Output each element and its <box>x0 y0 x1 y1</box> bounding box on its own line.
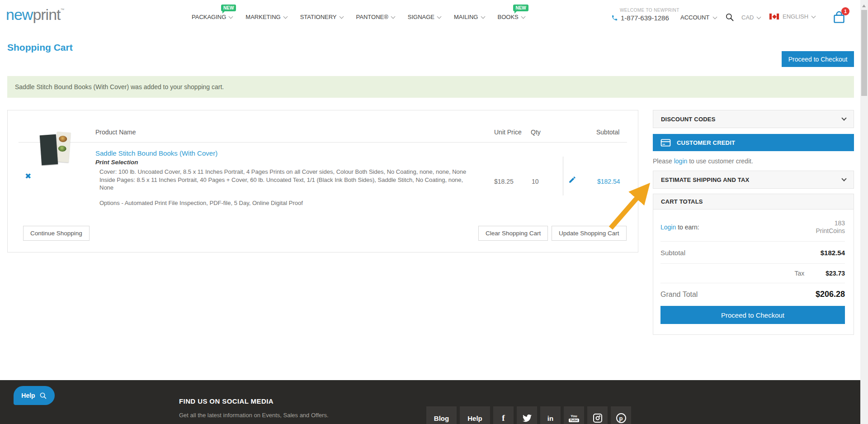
tax-label: Tax <box>794 270 804 277</box>
scrollbar[interactable] <box>860 0 868 424</box>
cart-success-alert: Saddle Stitch Bound Books (With Cover) w… <box>7 76 854 98</box>
nav-item-signage[interactable]: SIGNAGE <box>408 14 441 20</box>
help-widget-label: Help <box>21 392 35 399</box>
search-icon <box>725 13 734 22</box>
edit-item-icon[interactable] <box>568 176 576 185</box>
cart-items-card: Product Name Unit Price Qty Subtotal ✖ S… <box>7 110 638 252</box>
page-title: Shopping Cart <box>7 42 73 53</box>
grand-total-amount: $206.28 <box>816 290 845 299</box>
nav-item-stationery[interactable]: STATIONERY <box>300 14 343 20</box>
facebook-button[interactable]: f <box>493 406 514 424</box>
account-menu[interactable]: ACCOUNT <box>680 14 717 21</box>
product-detail-lines: Cover: 100 lb. Uncoated Cover, 8.5 x 11 … <box>99 168 466 192</box>
new-badge: NEW <box>221 5 236 11</box>
search-button[interactable] <box>725 13 734 23</box>
nav-label: MAILING <box>454 14 478 20</box>
help-button[interactable]: Help <box>460 406 490 424</box>
print-selection-heading: Print Selection <box>95 159 138 166</box>
nav-item-marketing[interactable]: MARKETING <box>245 14 287 20</box>
column-header-qty: Qty <box>531 129 541 136</box>
proceed-to-checkout-top-button[interactable]: Proceed to Checkout <box>782 51 854 67</box>
logo-part-new: new <box>6 6 33 23</box>
unit-price-value: $18.25 <box>494 178 514 185</box>
cart-totals-body: Login to earn: 183 PrintCoins Subtotal $… <box>653 210 854 335</box>
instagram-icon <box>593 414 602 423</box>
grand-total-label: Grand Total <box>660 291 698 299</box>
social-links: Blog Help f in YouTube p <box>426 406 631 424</box>
youtube-button[interactable]: YouTube <box>564 406 584 424</box>
detail-line-continued: None <box>99 184 466 192</box>
proceed-to-checkout-button[interactable]: Proceed to Checkout <box>660 306 845 324</box>
logo[interactable]: newprint™ <box>6 6 64 24</box>
subtotal-amount: $182.54 <box>821 249 845 257</box>
remove-item-icon[interactable]: ✖ <box>25 172 31 181</box>
pinterest-button[interactable]: p <box>611 406 631 424</box>
grand-total-row: Grand Total $206.28 <box>660 283 845 306</box>
nav-item-pantone[interactable]: PANTONE® <box>356 14 395 20</box>
printcoins-value: 183 PrintCoins <box>808 219 845 235</box>
nav-item-packaging[interactable]: NEW PACKAGING <box>192 14 232 20</box>
social-heading: FIND US ON SOCIAL MEDIA <box>179 397 274 405</box>
chevron-down-icon <box>437 14 442 19</box>
phone-link[interactable]: 1-877-639-1286 <box>611 14 669 22</box>
twitter-button[interactable] <box>517 406 537 424</box>
product-name-link[interactable]: Saddle Stitch Bound Books (With Cover) <box>95 149 217 157</box>
chevron-down-icon <box>757 14 761 19</box>
table-header-divider <box>19 142 627 143</box>
subtotal-value: $182.54 <box>597 178 620 185</box>
chevron-down-icon <box>339 14 344 19</box>
chevron-down-icon <box>283 14 288 19</box>
scrollbar-up-arrow <box>862 3 866 7</box>
cart-button[interactable]: 1 <box>830 9 848 26</box>
chevron-down-icon <box>521 14 525 19</box>
help-widget-button[interactable]: Help <box>14 386 55 405</box>
currency-selector[interactable]: CAD <box>741 14 760 21</box>
column-header-subtotal: Subtotal <box>596 129 619 136</box>
nav-label: MARKETING <box>245 14 280 20</box>
nav-label: STATIONERY <box>300 14 337 20</box>
customer-credit-title: CUSTOMER CREDIT <box>677 139 735 146</box>
scrollbar-thumb[interactable] <box>861 10 867 96</box>
product-image[interactable] <box>39 129 71 167</box>
phone-number: 1-877-639-1286 <box>621 14 669 22</box>
discount-codes-title: DISCOUNT CODES <box>661 116 716 123</box>
clear-cart-button[interactable]: Clear Shopping Cart <box>478 226 548 241</box>
cart-totals-header: CART TOTALS <box>653 194 854 210</box>
customer-credit-banner[interactable]: CUSTOMER CREDIT <box>653 134 854 151</box>
logo-trademark: ™ <box>61 8 64 12</box>
nav-item-mailing[interactable]: MAILING <box>454 14 484 20</box>
subtotal-label: Subtotal <box>660 249 685 257</box>
nav-label: BOOKS <box>498 14 519 20</box>
nav-item-books[interactable]: NEW BOOKS <box>498 14 525 20</box>
update-cart-button[interactable]: Update Shopping Cart <box>552 226 627 241</box>
login-to-earn-link[interactable]: Login <box>660 224 676 231</box>
account-label: ACCOUNT <box>680 14 709 21</box>
chevron-down-icon <box>841 176 846 181</box>
chevron-down-icon <box>811 14 816 18</box>
language-selector[interactable]: ENGLISH <box>769 13 815 20</box>
continue-shopping-button[interactable]: Continue Shopping <box>23 226 90 241</box>
cart-count-badge: 1 <box>841 7 849 15</box>
linkedin-button[interactable]: in <box>540 406 561 424</box>
row-divider <box>563 157 563 195</box>
earn-row: Login to earn: 183 PrintCoins <box>660 212 845 242</box>
estimate-shipping-tax-panel[interactable]: ESTIMATE SHIPPING AND TAX <box>653 171 854 189</box>
instagram-button[interactable] <box>587 406 608 424</box>
alert-message: Saddle Stitch Bound Books (With Cover) w… <box>15 83 224 91</box>
blog-button[interactable]: Blog <box>426 406 457 424</box>
canada-flag-icon <box>769 14 779 19</box>
login-link[interactable]: login <box>674 157 688 165</box>
qty-value: 10 <box>532 178 539 185</box>
chevron-down-icon <box>713 14 717 19</box>
detail-line-cover: Cover: 100 lb. Uncoated Cover, 8.5 x 11 … <box>99 168 466 176</box>
welcome-text: WELCOME TO NEWPRINT <box>620 8 679 13</box>
column-header-unit-price: Unit Price <box>494 129 522 136</box>
footer: Help FIND US ON SOCIAL MEDIA Get all the… <box>0 380 868 424</box>
product-options-line: Options - Automated Print File Inspectio… <box>99 200 303 206</box>
detail-line-inside-pages: Inside Pages: 8.5 x 11 Inches Portrait, … <box>99 176 466 184</box>
discount-codes-panel[interactable]: DISCOUNT CODES <box>653 110 854 128</box>
phone-icon <box>611 14 618 21</box>
youtube-icon: YouTube <box>569 414 579 422</box>
linkedin-icon: in <box>547 414 553 422</box>
pinterest-icon: p <box>616 413 626 423</box>
